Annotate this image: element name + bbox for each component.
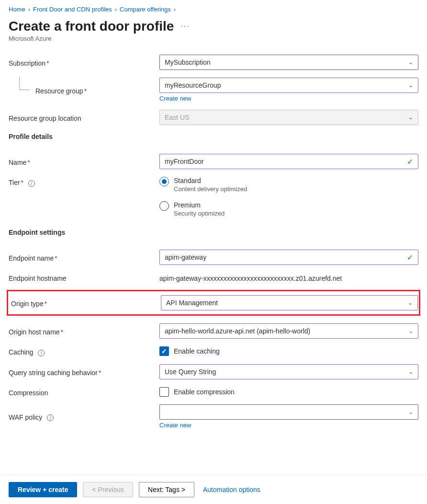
compression-label: Compression bbox=[9, 387, 159, 397]
valid-check-icon: ✓ bbox=[407, 157, 413, 166]
breadcrumb-compare[interactable]: Compare offerings bbox=[120, 6, 171, 13]
footer-bar: Review + create < Previous Next: Tags > … bbox=[0, 475, 427, 504]
subscription-select[interactable]: MySubscription ⌄ bbox=[159, 55, 418, 70]
info-icon[interactable]: i bbox=[47, 414, 54, 421]
name-input[interactable]: myFrontDoor ✓ bbox=[159, 154, 418, 169]
info-icon[interactable]: i bbox=[28, 180, 35, 187]
endpoint-hostname-label: Endpoint hostname bbox=[9, 273, 159, 282]
chevron-down-icon: ⌄ bbox=[408, 368, 413, 375]
radio-icon bbox=[159, 201, 169, 211]
waf-policy-label: WAF policy i bbox=[9, 412, 159, 422]
endpoint-name-input[interactable]: apim-gateway ✓ bbox=[159, 250, 418, 265]
subscription-label: Subscription* bbox=[9, 57, 159, 67]
previous-button: < Previous bbox=[83, 482, 133, 497]
breadcrumb: Home › Front Door and CDN profiles › Com… bbox=[9, 6, 418, 13]
enable-caching-checkbox[interactable] bbox=[159, 346, 169, 356]
breadcrumb-home[interactable]: Home bbox=[9, 6, 25, 13]
query-string-label: Query string caching behavior* bbox=[9, 367, 159, 377]
enable-compression-checkbox[interactable] bbox=[159, 387, 169, 397]
chevron-down-icon: ⌄ bbox=[408, 82, 413, 89]
chevron-down-icon: ⌄ bbox=[408, 114, 413, 121]
origin-type-select[interactable]: API Management ⌄ bbox=[161, 295, 418, 310]
waf-policy-select[interactable]: ⌄ bbox=[159, 404, 418, 420]
resource-group-select[interactable]: myResourceGroup ⌄ bbox=[159, 78, 418, 93]
resource-group-label: Resource group* bbox=[9, 85, 159, 95]
radio-icon bbox=[159, 177, 169, 186]
tier-premium-radio[interactable]: Premium Security optimized bbox=[159, 201, 418, 217]
chevron-right-icon: › bbox=[28, 6, 30, 13]
enable-compression-label: Enable compression bbox=[174, 388, 235, 396]
chevron-down-icon: ⌄ bbox=[408, 409, 413, 415]
query-string-select[interactable]: Use Query String ⌄ bbox=[159, 364, 418, 379]
page-subtitle: Microsoft Azure bbox=[9, 35, 418, 42]
endpoint-name-label: Endpoint name* bbox=[9, 252, 159, 262]
chevron-down-icon: ⌄ bbox=[408, 328, 413, 334]
enable-caching-label: Enable caching bbox=[174, 347, 220, 355]
name-label: Name* bbox=[9, 157, 159, 166]
create-new-rg-link[interactable]: Create new bbox=[159, 95, 191, 102]
origin-type-label: Origin type* bbox=[9, 298, 161, 308]
chevron-down-icon: ⌄ bbox=[408, 59, 413, 66]
tier-label: Tier* i bbox=[9, 177, 159, 187]
section-profile-details: Profile details bbox=[9, 133, 418, 140]
origin-host-label: Origin host name* bbox=[9, 326, 159, 336]
section-endpoint-settings: Endpoint settings bbox=[9, 229, 418, 236]
next-tags-button[interactable]: Next: Tags > bbox=[139, 482, 194, 497]
origin-type-row-highlight: Origin type* API Management ⌄ bbox=[7, 290, 420, 316]
breadcrumb-profiles[interactable]: Front Door and CDN profiles bbox=[33, 6, 112, 13]
page-title: Create a front door profile bbox=[9, 19, 174, 34]
chevron-down-icon: ⌄ bbox=[408, 299, 413, 306]
chevron-right-icon: › bbox=[115, 6, 117, 13]
info-icon[interactable]: i bbox=[38, 350, 45, 356]
review-create-button[interactable]: Review + create bbox=[9, 482, 77, 497]
more-actions-icon[interactable]: ··· bbox=[180, 22, 190, 31]
valid-check-icon: ✓ bbox=[407, 253, 413, 262]
chevron-right-icon: › bbox=[174, 6, 176, 13]
tier-standard-radio[interactable]: Standard Content delivery optimized bbox=[159, 177, 418, 193]
automation-options-link[interactable]: Automation options bbox=[203, 486, 260, 493]
endpoint-hostname-value: apim-gateway-xxxxxxxxxxxxxxxxxxxxxxxxxxx… bbox=[159, 273, 418, 282]
origin-host-select[interactable]: apim-hello-world.azure-api.net (apim-hel… bbox=[159, 323, 418, 339]
rg-location-label: Resource group location bbox=[9, 113, 159, 122]
caching-label: Caching i bbox=[9, 346, 159, 356]
create-new-waf-link[interactable]: Create new bbox=[159, 422, 191, 429]
rg-location-select: East US ⌄ bbox=[159, 110, 418, 125]
